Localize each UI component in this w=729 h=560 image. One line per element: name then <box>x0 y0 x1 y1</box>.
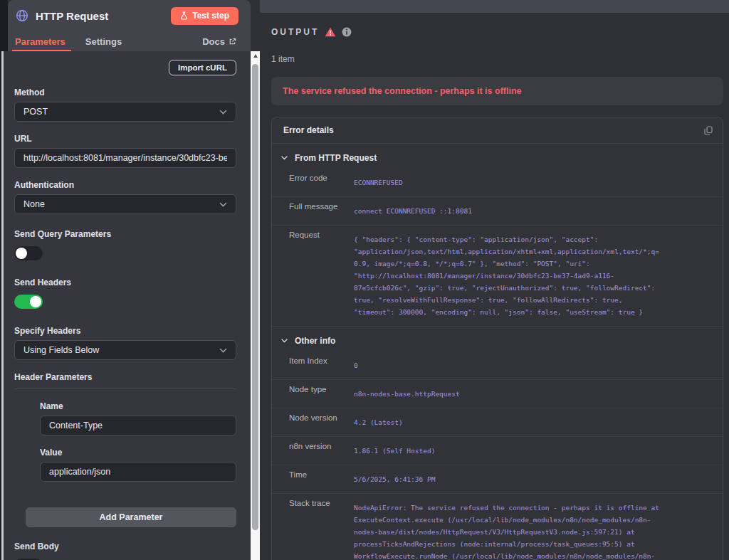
authentication-select[interactable]: None <box>14 194 236 214</box>
globe-icon <box>16 9 28 22</box>
send-query-parameters-label: Send Query Parameters <box>14 229 236 239</box>
error-detail-value: 5/6/2025, 6:41:36 PM <box>354 473 660 485</box>
error-detail-value: 4.2 (Latest) <box>354 416 660 428</box>
canvas-background <box>0 0 8 51</box>
error-detail-row: Node type n8n-nodes-base.httpRequest <box>272 380 723 408</box>
header-parameters-label: Header Parameters <box>14 372 236 382</box>
error-detail-label: Time <box>289 470 354 485</box>
header-name-label: Name <box>40 401 236 411</box>
tab-parameters[interactable]: Parameters <box>14 31 67 51</box>
error-banner-text: The service refused the connection - per… <box>283 86 522 96</box>
docs-link[interactable]: Docs <box>202 36 236 47</box>
error-detail-row: Full message connect ECONNREFUSED ::1:80… <box>272 197 723 226</box>
method-label: Method <box>14 88 236 97</box>
header-value-label: Value <box>40 448 236 458</box>
import-curl-button[interactable]: Import cURL <box>169 60 236 75</box>
error-detail-label: Node type <box>289 384 354 400</box>
copy-icon[interactable] <box>703 125 714 137</box>
error-detail-value: connect ECONNREFUSED ::1:8081 <box>354 205 660 217</box>
specify-headers-select[interactable]: Using Fields Below <box>14 340 236 360</box>
test-step-button[interactable]: Test step <box>171 7 238 25</box>
error-section-header[interactable]: Other info <box>272 327 723 352</box>
chevron-down-icon <box>281 339 288 343</box>
error-section-title: From HTTP Request <box>295 153 377 163</box>
error-detail-label: Full message <box>289 201 354 217</box>
error-detail-value: 1.86.1 (Self Hosted) <box>354 445 660 457</box>
error-section: Other info Item Index 0 Node type n8n-no… <box>272 327 723 560</box>
error-detail-label: Error code <box>289 173 354 189</box>
info-icon[interactable] <box>342 27 352 37</box>
chevron-down-icon <box>281 156 288 160</box>
error-section-header[interactable]: From HTTP Request <box>272 144 723 169</box>
send-query-parameters-toggle[interactable] <box>14 246 43 260</box>
chevron-down-icon <box>219 110 227 115</box>
header-name-input[interactable]: Content-Type <box>40 416 236 435</box>
error-sections: From HTTP Request Error code ECONNREFUSE… <box>272 144 723 560</box>
header-value-input[interactable]: application/json <box>40 462 236 482</box>
error-banner: The service refused the connection - per… <box>271 77 723 105</box>
input-panel-scrollbar-sliver <box>1 51 4 560</box>
error-section: From HTTP Request Error code ECONNREFUSE… <box>272 144 723 327</box>
specify-headers-label: Specify Headers <box>14 326 236 336</box>
error-detail-row: n8n version 1.86.1 (Self Hosted) <box>272 437 723 465</box>
node-panel-header: HTTP Request Test step Parameters Settin… <box>8 0 251 51</box>
send-body-label: Send Body <box>14 541 236 551</box>
divider <box>14 389 236 389</box>
chevron-down-icon <box>219 202 227 207</box>
method-select[interactable]: POST <box>14 102 236 122</box>
error-detail-row: Stack trace NodeApiError: The service re… <box>272 494 723 560</box>
error-detail-value: { "headers": { "content-type": "applicat… <box>354 233 660 318</box>
warning-icon[interactable] <box>325 27 336 37</box>
error-detail-value: 0 <box>354 359 660 371</box>
node-title: HTTP Request <box>36 10 171 22</box>
error-detail-value: n8n-nodes-base.httpRequest <box>354 388 660 400</box>
error-detail-row: Request { "headers": { "content-type": "… <box>272 226 723 327</box>
flask-icon <box>180 11 188 20</box>
error-detail-label: n8n version <box>289 441 354 457</box>
error-detail-row: Item Index 0 <box>272 352 723 380</box>
panel-top-strip <box>260 0 729 13</box>
external-link-icon <box>229 38 236 46</box>
error-details-card: Error details From HTTP Request Error co… <box>271 117 723 560</box>
chevron-down-icon <box>219 348 227 353</box>
scroll-up-arrow[interactable] <box>251 51 260 60</box>
scrollbar-thumb[interactable] <box>252 64 258 530</box>
items-count: 1 item <box>271 54 723 64</box>
error-detail-label: Stack trace <box>289 498 354 560</box>
tab-settings[interactable]: Settings <box>84 31 123 51</box>
error-detail-row: Error code ECONNREFUSED <box>272 169 723 197</box>
error-detail-row: Node version 4.2 (Latest) <box>272 408 723 437</box>
authentication-label: Authentication <box>14 180 236 190</box>
error-detail-label: Request <box>289 230 354 318</box>
output-title: OUTPUT <box>271 27 319 37</box>
add-parameter-button[interactable]: Add Parameter <box>26 507 236 527</box>
error-detail-value: NodeApiError: The service refused the co… <box>354 502 660 560</box>
error-detail-label: Node version <box>289 413 354 428</box>
scrollbar[interactable] <box>251 51 260 560</box>
output-panel: OUTPUT 1 item The service refused the co… <box>260 0 729 560</box>
node-settings-panel: HTTP Request Test step Parameters Settin… <box>0 0 260 560</box>
url-label: URL <box>14 134 236 144</box>
send-headers-toggle[interactable] <box>14 295 43 309</box>
send-headers-label: Send Headers <box>14 278 236 287</box>
error-detail-row: Time 5/6/2025, 6:41:36 PM <box>272 465 723 494</box>
error-section-title: Other info <box>295 336 335 346</box>
parameters-panel: Import cURL Method POST URL http://local… <box>0 51 251 560</box>
error-detail-label: Item Index <box>289 356 354 371</box>
error-detail-value: ECONNREFUSED <box>354 176 660 189</box>
error-details-title: Error details <box>283 125 703 135</box>
tab-bar: Parameters Settings Docs <box>8 31 251 51</box>
url-input[interactable]: http://localhost:8081/manager/instance/3… <box>14 148 236 168</box>
